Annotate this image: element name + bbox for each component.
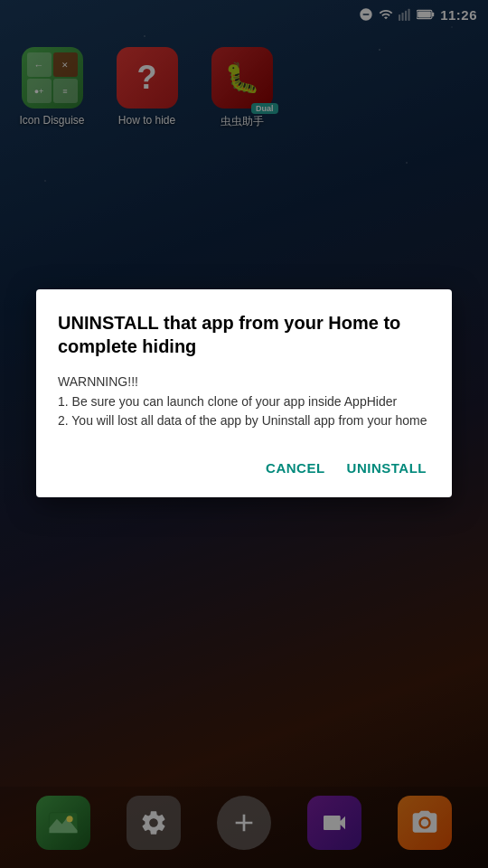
- cancel-button[interactable]: CANCEL: [262, 453, 329, 483]
- dialog-actions: CANCEL UNINSTALL: [58, 453, 430, 483]
- uninstall-button[interactable]: UNINSTALL: [343, 453, 430, 483]
- dialog: UNINSTALL that app from your Home to com…: [36, 289, 452, 497]
- dialog-title: UNINSTALL that app from your Home to com…: [58, 311, 430, 358]
- dialog-body: WARNNING!!! 1. Be sure you can launch cl…: [58, 373, 430, 431]
